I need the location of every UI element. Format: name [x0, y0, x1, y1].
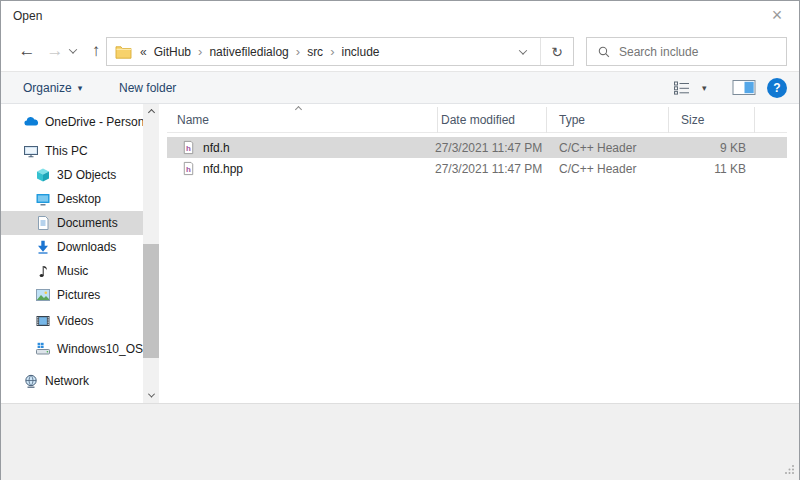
close-icon[interactable]: ×: [761, 1, 793, 31]
navigation-pane: OneDrive - PersonalThis PC3D ObjectsDesk…: [1, 104, 143, 403]
sidebar-item-label: Music: [57, 264, 88, 278]
address-dropdown-button[interactable]: [506, 38, 540, 65]
chevron-down-icon: [519, 46, 527, 54]
breadcrumb-separator-icon: ›: [198, 44, 202, 59]
organize-label: Organize: [23, 81, 72, 95]
sidebar-item-videos[interactable]: Videos: [1, 309, 143, 333]
column-header-type[interactable]: Type: [559, 107, 585, 133]
header-file-icon: h: [181, 140, 196, 155]
sidebar-scrollbar[interactable]: [143, 104, 159, 403]
sidebar-item-label: OneDrive - Personal: [45, 115, 143, 129]
breadcrumb-separator-icon: ›: [330, 44, 334, 59]
sidebar-item-onedrive-personal[interactable]: OneDrive - Personal: [1, 110, 143, 134]
column-divider[interactable]: [546, 107, 547, 133]
sidebar-item-pictures[interactable]: Pictures: [1, 283, 143, 307]
folder-icon: [115, 45, 132, 59]
resize-grip-icon[interactable]: [784, 464, 795, 478]
column-header-size[interactable]: Size: [681, 107, 704, 133]
documents-icon: [35, 215, 51, 231]
breadcrumb-prefix: «: [140, 45, 147, 59]
sidebar-item-desktop[interactable]: Desktop: [1, 187, 143, 211]
new-folder-label: New folder: [119, 81, 176, 95]
file-name: nfd.hpp: [203, 162, 243, 176]
breadcrumb-segment[interactable]: GitHub: [154, 45, 191, 59]
sidebar-item-label: This PC: [45, 144, 88, 158]
file-size: 9 KB: [669, 141, 746, 155]
sidebar-item-label: Downloads: [57, 240, 116, 254]
new-folder-button[interactable]: New folder: [119, 71, 176, 104]
table-row[interactable]: hnfd.h27/3/2021 11:47 PMC/C++ Header9 KB: [167, 137, 787, 158]
help-icon: ?: [767, 78, 787, 98]
sidebar-item-label: Windows10_OS (C:): [57, 342, 143, 356]
table-row[interactable]: hnfd.hpp27/3/2021 11:47 PMC/C++ Header11…: [167, 158, 787, 179]
3d-objects-icon: [35, 167, 51, 183]
column-header-date[interactable]: Date modified: [441, 107, 515, 133]
breadcrumb-separator-icon: ›: [296, 44, 300, 59]
file-name: nfd.h: [203, 141, 230, 155]
downloads-icon: [35, 239, 51, 255]
onedrive-icon: [23, 114, 39, 130]
music-icon: [35, 263, 51, 279]
desktop-icon: [35, 191, 51, 207]
breadcrumb: GitHub›nativefiledialog›src›include: [147, 44, 380, 59]
chevron-down-icon: [69, 45, 77, 53]
videos-icon: [35, 313, 51, 329]
recent-locations-button[interactable]: [65, 31, 81, 71]
drive-icon: [35, 341, 51, 357]
sidebar-item-downloads[interactable]: Downloads: [1, 235, 143, 259]
search-input[interactable]: [619, 45, 786, 59]
sidebar-item-label: Documents: [57, 216, 118, 230]
file-type: C/C++ Header: [559, 141, 636, 155]
scroll-down-icon[interactable]: [143, 387, 159, 403]
column-divider[interactable]: [668, 107, 669, 133]
breadcrumb-segment[interactable]: include: [341, 45, 379, 59]
sidebar-item-label: Videos: [57, 314, 93, 328]
search-box[interactable]: [586, 37, 787, 66]
svg-text:h: h: [186, 165, 191, 174]
caret-down-icon: ▾: [78, 83, 83, 93]
sidebar-item-label: Desktop: [57, 192, 101, 206]
open-dialog: Open × ← → ↑ « GitHub›nativefiledialog›s…: [0, 0, 800, 480]
sidebar-item-windows10-os-c[interactable]: Windows10_OS (C:): [1, 337, 143, 361]
back-button[interactable]: ←: [13, 31, 41, 71]
help-button[interactable]: ?: [767, 71, 787, 104]
header-file-icon: h: [181, 161, 196, 176]
sidebar-item-this-pc[interactable]: This PC: [1, 139, 143, 163]
svg-text:h: h: [186, 144, 191, 153]
file-list-header: Name Date modified Type Size: [167, 107, 787, 133]
forward-button: →: [43, 31, 67, 71]
file-date-modified: 27/3/2021 11:47 PM: [435, 141, 542, 155]
sidebar-item-label: Pictures: [57, 288, 100, 302]
this-pc-icon: [23, 143, 39, 159]
sidebar-item-network[interactable]: Network: [1, 369, 143, 393]
organize-button[interactable]: Organize ▾: [23, 71, 82, 104]
refresh-icon[interactable]: ↻: [541, 38, 573, 65]
file-type: C/C++ Header: [559, 162, 636, 176]
scrollbar-thumb[interactable]: [143, 244, 159, 358]
sidebar-item-documents[interactable]: Documents: [1, 211, 143, 235]
view-options-caret-icon[interactable]: ▾: [702, 71, 707, 104]
titlebar: Open ×: [1, 1, 799, 31]
dialog-title: Open: [13, 1, 42, 31]
address-bar-controls: ↻: [506, 38, 573, 65]
search-icon: [597, 45, 611, 59]
file-date-modified: 27/3/2021 11:47 PM: [435, 162, 542, 176]
breadcrumb-segment[interactable]: src: [307, 45, 323, 59]
sidebar-item-3d-objects[interactable]: 3D Objects: [1, 163, 143, 187]
pictures-icon: [35, 287, 51, 303]
sidebar-item-label: 3D Objects: [57, 168, 116, 182]
sidebar-item-music[interactable]: Music: [1, 259, 143, 283]
sidebar-item-label: Network: [45, 374, 89, 388]
network-icon: [23, 373, 39, 389]
file-list: hnfd.h27/3/2021 11:47 PMC/C++ Header9 KB…: [167, 137, 787, 179]
address-bar[interactable]: « GitHub›nativefiledialog›src›include ↻: [106, 37, 574, 66]
details-view-icon[interactable]: [672, 71, 692, 104]
file-size: 11 KB: [669, 162, 746, 176]
preview-pane-icon[interactable]: [732, 71, 756, 104]
column-divider[interactable]: [754, 107, 755, 133]
column-header-name[interactable]: Name: [177, 107, 209, 133]
breadcrumb-segment[interactable]: nativefiledialog: [209, 45, 288, 59]
column-divider[interactable]: [437, 107, 438, 133]
footer: File name: Headers (*.h;*.hpp) Open Canc…: [1, 403, 799, 480]
scroll-up-icon[interactable]: [143, 104, 159, 120]
